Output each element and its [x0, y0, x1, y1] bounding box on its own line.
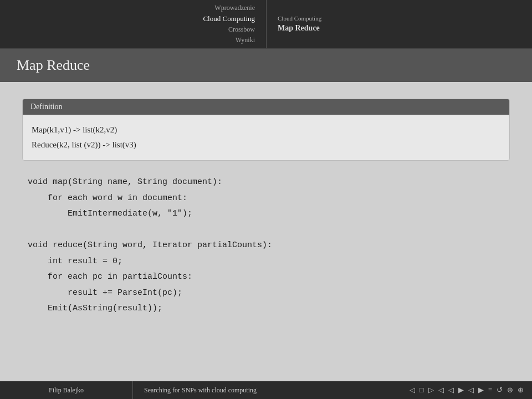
footer-author: Filip Balejko: [49, 386, 84, 395]
definition-line1: Map(k1,v1) -> list(k2,v2): [32, 122, 500, 137]
footer-author-section: Filip Balejko: [0, 381, 133, 399]
footer-title: Searching for SNPs with cloud computing: [144, 386, 257, 395]
nav-refresh-icon[interactable]: ↺: [497, 386, 503, 395]
nav-search-icon[interactable]: ⊕: [507, 386, 513, 395]
nav-item-wprowadzenie[interactable]: Wprowadzenie: [214, 3, 255, 13]
nav-right: Cloud Computing Map Reduce: [266, 0, 532, 48]
nav-item-crossbow[interactable]: Crossbow: [228, 25, 255, 34]
nav-skip-prev-icon[interactable]: ◁: [438, 386, 444, 395]
page-heading-bar: Map Reduce: [0, 49, 532, 82]
nav-fast-forward-icon[interactable]: ▶: [478, 386, 484, 395]
nav-square-icon[interactable]: □: [420, 386, 424, 395]
nav-menu-icon[interactable]: ≡: [488, 386, 492, 395]
current-section: Cloud Computing: [278, 14, 532, 23]
page-title: Map Reduce: [17, 57, 90, 74]
nav-item-cloud-computing[interactable]: Cloud Computing: [203, 14, 255, 24]
definition-header: Definition: [23, 99, 509, 115]
code-block: void map(String name, String document): …: [22, 175, 510, 317]
nav-next-icon[interactable]: ▷: [428, 386, 434, 395]
definition-body: Map(k1,v1) -> list(k2,v2) Reduce(k2, lis…: [23, 115, 509, 160]
nav-prev-icon[interactable]: ◁: [410, 386, 415, 395]
nav-fast-back-icon[interactable]: ◁: [468, 386, 474, 395]
nav-left: Wprowadzenie Cloud Computing Crossbow Wy…: [0, 0, 266, 48]
definition-line2: Reduce(k2, list (v2)) -> list(v3): [32, 137, 500, 152]
nav-rewind-icon[interactable]: ◁: [448, 386, 454, 395]
nav-bar: Wprowadzenie Cloud Computing Crossbow Wy…: [0, 0, 532, 49]
nav-forward-icon[interactable]: ▶: [458, 386, 464, 395]
current-page: Map Reduce: [278, 23, 532, 34]
bottom-bar: Filip Balejko Searching for SNPs with cl…: [0, 381, 532, 399]
footer-title-section: Searching for SNPs with cloud computing: [133, 386, 410, 395]
main-content: Definition Map(k1,v1) -> list(k2,v2) Red…: [0, 82, 532, 334]
nav-item-wyniki[interactable]: Wyniki: [236, 35, 255, 45]
bottom-controls: ◁ □ ▷ ◁ ◁ ▶ ◁ ▶ ≡ ↺ ⊕ ⊕: [410, 386, 532, 395]
definition-box: Definition Map(k1,v1) -> list(k2,v2) Red…: [22, 99, 510, 161]
nav-zoom-icon[interactable]: ⊕: [518, 386, 524, 395]
